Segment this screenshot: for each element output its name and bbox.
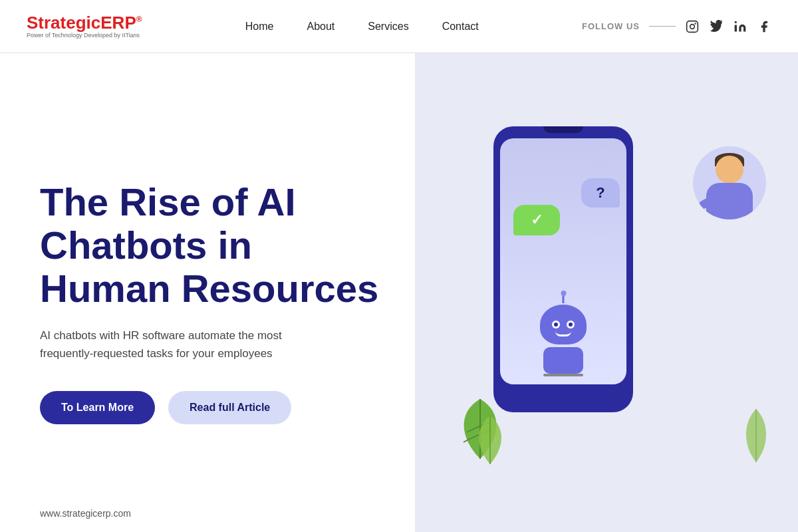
logo-erp: ERP (100, 13, 136, 33)
phone-illustration: ✓ ? (493, 126, 633, 412)
social-follow-area: FOLLOW US (582, 19, 771, 34)
person-body (706, 183, 753, 219)
nav-contact[interactable]: Contact (442, 21, 479, 33)
person-illustration (693, 146, 766, 219)
chat-bubble-check: ✓ (513, 205, 560, 235)
nav-services[interactable]: Services (368, 21, 408, 33)
hero-title: The Rise of AI Chatbots in Human Resourc… (40, 181, 382, 311)
robot-head (540, 305, 587, 344)
hero-buttons: To Learn More Read full Article (40, 391, 382, 424)
header: StrategicERP® Power of Technology Develo… (0, 0, 798, 53)
main-nav: Home About Services Contact (245, 21, 479, 33)
linkedin-icon[interactable] (733, 19, 747, 34)
logo-brand-red: Strategic (27, 13, 100, 33)
phone-screen: ✓ ? (500, 138, 626, 384)
logo[interactable]: StrategicERP® Power of Technology Develo… (27, 14, 142, 39)
robot-illustration (533, 305, 593, 371)
logo-reg: ® (136, 15, 142, 24)
facebook-icon[interactable] (757, 19, 771, 34)
hero-left: The Rise of AI Chatbots in Human Resourc… (0, 53, 415, 532)
leaf-right-decoration (739, 406, 773, 466)
nav-about[interactable]: About (307, 21, 334, 33)
svg-point-3 (735, 21, 737, 23)
chat-bubble-question: ? (581, 178, 620, 207)
follow-divider (649, 26, 676, 27)
robot-antenna (563, 294, 565, 303)
svg-rect-0 (687, 21, 698, 32)
follow-label: FOLLOW US (582, 21, 640, 31)
twitter-icon[interactable] (709, 19, 724, 34)
check-icon: ✓ (531, 211, 543, 229)
phone-bottom-bar (543, 374, 583, 376)
hero-description: AI chatbots with HR software automate th… (40, 327, 332, 362)
footer-url: www.strategicerp.com (40, 508, 131, 519)
question-icon: ? (596, 184, 604, 201)
nav-home[interactable]: Home (245, 21, 274, 33)
person-arm (698, 194, 718, 210)
svg-point-2 (695, 23, 696, 24)
svg-point-1 (690, 24, 695, 29)
learn-more-button[interactable]: To Learn More (40, 391, 155, 424)
hero-section: The Rise of AI Chatbots in Human Resourc… (0, 53, 798, 532)
phone-notch (543, 126, 583, 133)
robot-eye-right (567, 321, 575, 329)
robot-eye-left (552, 321, 560, 329)
read-article-button[interactable]: Read full Article (168, 391, 291, 424)
hero-right: ✓ ? (415, 53, 798, 532)
person-head (716, 156, 743, 184)
leaf-left-decoration (454, 392, 507, 459)
robot-smile (555, 331, 571, 336)
person-avatar-circle (693, 146, 766, 219)
instagram-icon[interactable] (685, 19, 700, 34)
hero-illustration: ✓ ? (434, 106, 779, 479)
robot-body (543, 347, 583, 374)
logo-subtitle: Power of Technology Developed by IITians (27, 33, 142, 39)
